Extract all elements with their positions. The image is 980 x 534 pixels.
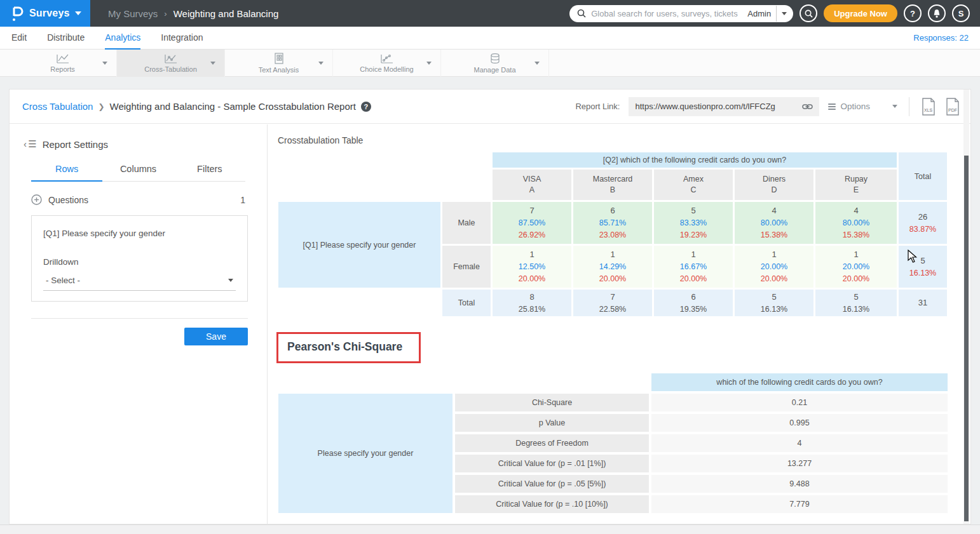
breadcrumb-current: Weighting and Balancing	[174, 8, 279, 19]
nav-edit[interactable]: Edit	[11, 27, 27, 50]
export-pdf-icon[interactable]: PDF	[945, 98, 960, 116]
nav-integration[interactable]: Integration	[161, 27, 203, 50]
column-header-diners: DinersD	[735, 170, 813, 200]
report-card: Cross Tabulation ❯ Weighting and Balanci…	[9, 89, 971, 524]
tab-text-analysis[interactable]: Text Analysis	[225, 50, 333, 77]
user-avatar[interactable]: S	[952, 4, 970, 22]
stat-label: Critical Value for (p = .01 [1%])	[455, 455, 649, 472]
data-cell: 583.33%19.23%	[654, 202, 733, 244]
line-chart-icon	[56, 53, 70, 64]
tab-filters[interactable]: Filters	[174, 164, 245, 181]
chi-row-header: Please specify your gender	[278, 394, 453, 513]
crosstab-table: [Q2] which of the following credit cards…	[276, 150, 949, 318]
upgrade-now-button[interactable]: Upgrade Now	[824, 4, 897, 22]
total-cell: 516.13%	[735, 290, 813, 316]
questions-count: 1	[240, 195, 245, 205]
data-cell: 120.00%20.00%	[815, 246, 897, 288]
data-cell: 114.29%20.00%	[573, 246, 652, 288]
total-column-header: Total	[899, 152, 947, 200]
breadcrumb-separator: ❯	[98, 102, 104, 111]
tab-manage-data[interactable]: Manage Data	[441, 50, 549, 77]
nav-distribute[interactable]: Distribute	[47, 27, 85, 50]
questions-label: Questions	[48, 195, 88, 205]
settings-tabs: Rows Columns Filters	[31, 164, 245, 182]
data-cell: 120.00%20.00%	[735, 246, 813, 288]
drilldown-select[interactable]: - Select -	[43, 276, 236, 291]
breadcrumb-separator: ›	[164, 9, 167, 18]
chevron-down-icon[interactable]	[102, 62, 107, 65]
analytics-toolbar: Reports Cross-Tabulation Text Analysis C…	[0, 50, 980, 77]
search-scope-label[interactable]: Admin	[747, 9, 771, 18]
grand-total-cell: 31	[899, 290, 947, 316]
options-label: Options	[840, 102, 870, 111]
search-scope-chevron-icon[interactable]	[782, 12, 787, 15]
chevron-down-icon[interactable]	[210, 62, 215, 65]
report-link-label: Report Link:	[575, 102, 620, 111]
report-title: Weighting and Balancing - Sample Crossta…	[110, 101, 356, 112]
table-row-total: Total 825.81% 722.58% 619.35% 516.13% 51…	[278, 290, 947, 316]
search-icon	[577, 9, 586, 18]
total-cell: 722.58%	[573, 290, 652, 316]
link-icon[interactable]	[802, 103, 813, 110]
nav-analytics[interactable]: Analytics	[105, 27, 140, 50]
divider	[909, 97, 909, 116]
stat-label: Chi-Square	[455, 394, 649, 411]
top-bar: Surveys My Surveys › Weighting and Balan…	[0, 0, 980, 27]
report-breadcrumb: Cross Tabulation ❯ Weighting and Balanci…	[22, 101, 371, 112]
notifications-button[interactable]	[928, 4, 946, 22]
table-row: Please specify your gender Chi-Square 0.…	[278, 394, 948, 411]
report-header: Cross Tabulation ❯ Weighting and Balanci…	[10, 90, 970, 124]
mouse-cursor	[908, 250, 919, 264]
report-link-box	[629, 97, 819, 116]
stat-value: 7.779	[651, 495, 948, 513]
question-text: [Q1] Please specify your gender	[43, 229, 236, 238]
footer-strip	[0, 524, 980, 534]
export-xls-icon[interactable]: XLS	[921, 98, 936, 116]
report-body: ‹ ☰ Report Settings Rows Columns Filters…	[10, 124, 970, 524]
scatter-chart-icon	[380, 53, 394, 64]
vertical-scrollbar[interactable]	[963, 90, 969, 524]
tab-choice-modelling[interactable]: Choice Modelling	[333, 50, 441, 77]
chi-square-table: which of the following credit cards do y…	[276, 371, 950, 516]
column-header-visa: VISAA	[493, 170, 571, 200]
save-button[interactable]: Save	[184, 328, 248, 345]
chi-column-header: which of the following credit cards do y…	[651, 373, 948, 391]
cross-tabulation-link[interactable]: Cross Tabulation	[22, 101, 93, 112]
data-cell: 480.00%15.38%	[815, 202, 897, 244]
stat-value: 0.21	[651, 394, 948, 411]
chevron-down-icon[interactable]	[534, 62, 540, 65]
questions-row: Questions 1	[31, 194, 245, 205]
global-search[interactable]: Admin	[569, 5, 793, 22]
breadcrumb-my-surveys[interactable]: My Surveys	[108, 8, 158, 19]
topbar-actions: Admin Upgrade Now ? S	[569, 4, 980, 22]
stat-label: Degrees of Freedom	[455, 434, 649, 452]
chevron-down-icon[interactable]	[426, 62, 432, 65]
report-link-input[interactable]	[635, 102, 797, 111]
help-icon[interactable]: ?	[361, 102, 371, 112]
report-actions: Report Link: Options XLS	[575, 97, 960, 116]
table-row-male: [Q1] Please specify your gender Male 787…	[278, 202, 947, 244]
row-label-male: Male	[442, 202, 491, 244]
data-cell: 116.67%20.00%	[654, 246, 733, 288]
options-button[interactable]: Options	[828, 102, 897, 111]
row-total-cell: 516.13%	[899, 246, 947, 288]
scrollbar-thumb[interactable]	[964, 156, 969, 521]
column-header-rupay: RupayE	[815, 170, 897, 200]
chevron-down-icon[interactable]	[318, 62, 323, 65]
responses-count[interactable]: Responses: 22	[913, 33, 969, 43]
data-cell: 480.00%15.38%	[735, 202, 813, 244]
tab-rows[interactable]: Rows	[31, 164, 102, 182]
total-cell: 516.13%	[815, 290, 897, 316]
help-button[interactable]: ?	[904, 4, 922, 22]
search-button[interactable]	[800, 4, 817, 22]
tab-reports[interactable]: Reports	[9, 50, 117, 77]
crosstab-panel: Crosstabulation Table [Q2] which of the …	[268, 124, 970, 524]
collapse-panel-icon[interactable]: ‹ ☰	[24, 138, 36, 150]
tab-columns[interactable]: Columns	[102, 164, 174, 181]
add-question-icon[interactable]	[31, 194, 42, 205]
product-switcher[interactable]: Surveys	[0, 0, 90, 27]
global-search-input[interactable]	[591, 9, 742, 18]
tab-cross-tabulation[interactable]: Cross-Tabulation	[117, 50, 225, 77]
data-cell: 685.71%23.08%	[573, 202, 652, 244]
column-question-header: [Q2] which of the following credit cards…	[493, 152, 897, 168]
